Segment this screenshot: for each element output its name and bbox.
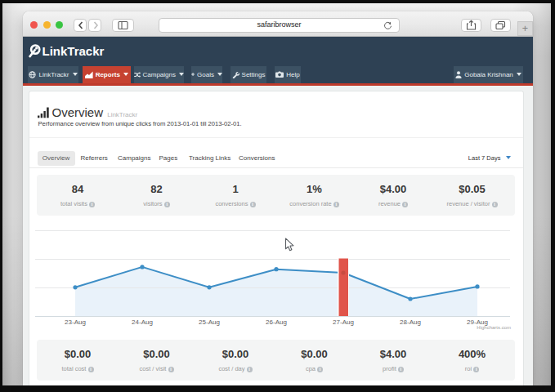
svg-text:27-Aug: 27-Aug	[333, 318, 354, 326]
svg-text:23-Aug: 23-Aug	[65, 318, 86, 326]
svg-text:24-Aug: 24-Aug	[132, 318, 153, 326]
svg-text:Highcharts.com: Highcharts.com	[477, 325, 511, 330]
svg-text:25-Aug: 25-Aug	[199, 318, 220, 326]
svg-text:28-Aug: 28-Aug	[400, 318, 421, 326]
svg-text:26-Aug: 26-Aug	[266, 318, 287, 326]
